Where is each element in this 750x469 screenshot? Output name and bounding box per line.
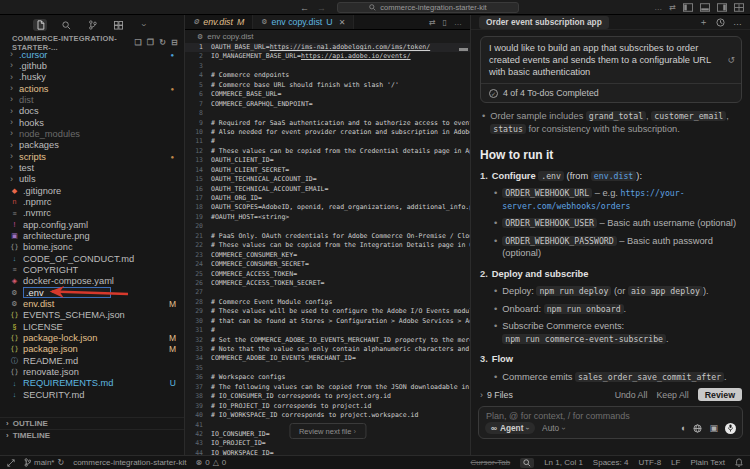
explorer-icon[interactable] bbox=[33, 19, 47, 31]
explorer-section-header[interactable]: COMMERCE-INTEGRATION-STARTER-... ❏ ❐ ↻ ⊟ bbox=[0, 36, 184, 49]
code-line[interactable]: 19#OAUTH_HOST=<string> bbox=[185, 213, 470, 222]
cursor-tab-indicator[interactable]: Cursor-Tab bbox=[471, 458, 511, 467]
source-control-icon[interactable] bbox=[85, 19, 99, 31]
attach-image-icon[interactable]: ▣ bbox=[709, 423, 718, 433]
code-line[interactable]: 25COMMERCE_ACCESS_TOKEN= bbox=[185, 270, 470, 279]
code-line[interactable]: 29# These values will be used to configu… bbox=[185, 307, 470, 316]
code-line[interactable]: 21# PaaS Only. OAuth credentials for Ado… bbox=[185, 232, 470, 241]
code-line[interactable]: 8 bbox=[185, 109, 470, 118]
more-icon[interactable]: … bbox=[654, 3, 662, 12]
code-line[interactable]: 32# Set the COMMERCE_ADOBE_IO_EVENTS_MER… bbox=[185, 336, 470, 345]
back-icon[interactable]: ← bbox=[300, 3, 309, 13]
git-branch-indicator[interactable]: main* ↻ bbox=[24, 458, 64, 467]
tree-item--nvmrc[interactable]: ≡.nvmrc bbox=[0, 208, 184, 219]
code-line[interactable]: 36# Workspace configs bbox=[185, 373, 470, 382]
history-icon[interactable] bbox=[716, 18, 725, 27]
tree-item--env[interactable]: ⚙.env bbox=[0, 287, 184, 298]
detected-link[interactable]: https://ims-na1.adobelogin.com/ims/token… bbox=[270, 43, 430, 51]
code-line[interactable]: 18OAUTH_SCOPES=AdobeID, openid, read_org… bbox=[185, 203, 470, 212]
tree-item-scripts[interactable]: ›scripts● bbox=[0, 151, 184, 162]
close-tab-icon[interactable]: ✕ bbox=[339, 18, 346, 27]
todos-row[interactable]: ✓ 4 of 4 To-dos Completed bbox=[481, 83, 741, 102]
restore-checkpoint-icon[interactable]: ↺ bbox=[727, 55, 735, 65]
refresh-explorer-icon[interactable]: ↻ bbox=[159, 38, 166, 47]
undo-all-button[interactable]: Undo All bbox=[615, 390, 648, 400]
layout-toggle-icon[interactable]: ⇄ bbox=[669, 3, 676, 12]
eol[interactable]: LF bbox=[671, 458, 680, 467]
file-link[interactable]: env.dist bbox=[591, 171, 636, 181]
code-line[interactable]: 33# Note that the value can only contain… bbox=[185, 345, 470, 354]
code-line[interactable]: 40# IO_WORKSPACE_ID corresponds to proje… bbox=[185, 411, 470, 420]
code-line[interactable]: 43IO_PROJECT_ID= bbox=[185, 439, 470, 448]
toggle-sidebar-icon[interactable] bbox=[683, 3, 693, 12]
notifications-bell-icon[interactable] bbox=[735, 458, 743, 467]
customize-layout-icon[interactable] bbox=[734, 3, 744, 12]
code-line[interactable]: 1OAUTH_BASE_URL=https://ims-na1.adobelog… bbox=[185, 43, 470, 52]
chat-input-box[interactable]: Plan, @ for context, / for commands ∞ Ag… bbox=[478, 406, 743, 439]
tree-item-packages[interactable]: ›packages bbox=[0, 140, 184, 151]
tree-item-node-modules[interactable]: ›node_modules bbox=[0, 128, 184, 139]
code-line[interactable]: 34COMMERCE_ADOBE_IO_EVENTS_MERCHANT_ID= bbox=[185, 354, 470, 363]
code-line[interactable]: 27 bbox=[185, 288, 470, 297]
tree-item--github[interactable]: ›.github bbox=[0, 60, 184, 71]
code-line[interactable]: 2IO_MANAGEMENT_BASE_URL=https://api.adob… bbox=[185, 52, 470, 61]
rename-input[interactable]: .env bbox=[23, 287, 111, 298]
code-line[interactable]: 16OAUTH_TECHNICAL_ACCOUNT_EMAIL= bbox=[185, 185, 470, 194]
problems-indicator[interactable]: ⊗0 △0 bbox=[196, 458, 227, 467]
search-view-icon[interactable] bbox=[59, 19, 73, 31]
tree-item-test[interactable]: ›test bbox=[0, 162, 184, 173]
code-line[interactable]: 14OAUTH_CLIENT_SECRET= bbox=[185, 166, 470, 175]
indentation[interactable]: Spaces: 4 bbox=[593, 458, 629, 467]
code-line[interactable]: 39# IO_PROJECT_ID corresponds to project… bbox=[185, 402, 470, 411]
code-line[interactable]: 35 bbox=[185, 364, 470, 373]
toggle-secondary-sidebar-icon[interactable] bbox=[717, 3, 727, 12]
tree-item-code-of-conduct-md[interactable]: ↓CODE_OF_CONDUCT.md bbox=[0, 253, 184, 264]
code-line[interactable]: 24COMMERCE_CONSUMER_SECRET= bbox=[185, 260, 470, 269]
tree-item-dist[interactable]: ›dist bbox=[0, 94, 184, 105]
chat-tab[interactable]: Order event subscription app bbox=[479, 16, 609, 29]
code-line[interactable]: 28# Commerce Event Module configs bbox=[185, 298, 470, 307]
chat-messages[interactable]: I would like to build an app that subscr… bbox=[471, 31, 750, 385]
model-selector[interactable]: Auto › bbox=[542, 423, 565, 433]
tree-item-copyright[interactable]: ≡COPYRIGHT bbox=[0, 264, 184, 275]
new-chat-icon[interactable]: ＋ bbox=[699, 16, 708, 29]
screencast-zoom-indicator[interactable] bbox=[520, 458, 534, 468]
files-count[interactable]: 9 Files bbox=[487, 390, 513, 400]
tree-item--cursor[interactable]: ›.cursor● bbox=[0, 49, 184, 60]
keep-all-button[interactable]: Keep All bbox=[656, 390, 688, 400]
code-line[interactable]: 37# The following values can be copied f… bbox=[185, 383, 470, 392]
remote-indicator[interactable] bbox=[7, 459, 15, 467]
tree-item--husky[interactable]: ›.husky bbox=[0, 72, 184, 83]
tree-item-events-schema-json[interactable]: {}EVENTS_SCHEMA.json bbox=[0, 310, 184, 321]
command-center-search[interactable]: commerce-integration-starter-kit bbox=[337, 2, 519, 13]
chat-more-icon[interactable]: … bbox=[733, 17, 742, 27]
tree-item-package-json[interactable]: {}package.jsonM bbox=[0, 344, 184, 355]
tree-item-env-dist[interactable]: ⚙env.distM bbox=[0, 298, 184, 309]
tree-item-biome-jsonc[interactable]: {}biome.jsonc bbox=[0, 242, 184, 253]
tree-item-package-lock-json[interactable]: {}package-lock.jsonM bbox=[0, 332, 184, 343]
tree-item-architecture-png[interactable]: ▣architecture.png bbox=[0, 230, 184, 241]
tree-item-docs[interactable]: ›docs bbox=[0, 106, 184, 117]
tree-item--gitignore[interactable]: ◆.gitignore bbox=[0, 185, 184, 196]
review-next-file-button[interactable]: Review next file › bbox=[289, 423, 366, 439]
tree-item-requirements-md[interactable]: ↓REQUIREMENTS.mdU bbox=[0, 378, 184, 389]
code-line[interactable]: 31# bbox=[185, 326, 470, 335]
code-line[interactable]: 6COMMERCE_BASE_URL= bbox=[185, 90, 470, 99]
code-line[interactable]: 9# Required for SaaS authentication and … bbox=[185, 119, 470, 128]
tree-item-readme-md[interactable]: ⓘREADME.md bbox=[0, 355, 184, 366]
code-line[interactable]: 22# These values can be copied from the … bbox=[185, 241, 470, 250]
voice-input-button[interactable] bbox=[725, 423, 736, 434]
tree-item-actions[interactable]: ›actions● bbox=[0, 83, 184, 94]
new-folder-icon[interactable]: ❐ bbox=[147, 38, 154, 47]
editor-more-actions-icon[interactable]: … bbox=[454, 18, 462, 27]
cursor-position[interactable]: Ln 1, Col 1 bbox=[544, 458, 583, 467]
tree-item-renovate-json[interactable]: {}renovate.json bbox=[0, 366, 184, 377]
code-line[interactable]: 5# Commerce base URL should finish with … bbox=[185, 81, 470, 90]
tab-env-dist[interactable]: ⚙ env.dist M bbox=[185, 15, 253, 29]
tree-item-license[interactable]: §LICENSE bbox=[0, 321, 184, 332]
usage-meter-icon[interactable]: ◐ bbox=[681, 423, 686, 433]
toggle-panel-icon[interactable] bbox=[700, 3, 710, 12]
code-line[interactable]: 4# Commerce endpoints bbox=[185, 71, 470, 80]
language-mode[interactable]: Plain Text bbox=[690, 458, 725, 467]
code-line[interactable]: 10# Also needed for event provider creat… bbox=[185, 128, 470, 137]
